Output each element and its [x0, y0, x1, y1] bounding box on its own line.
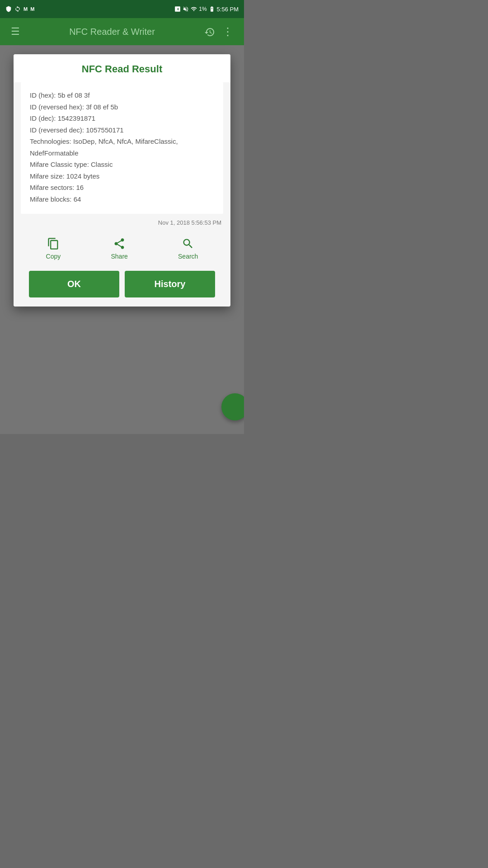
nfc-data-text: ID (hex): 5b ef 08 3f ID (reversed hex):… [30, 90, 214, 205]
nfc-icon [174, 6, 181, 12]
battery-text: 1% [199, 6, 206, 12]
mute-icon [183, 6, 189, 12]
hamburger-menu-icon[interactable]: ☰ [7, 22, 23, 41]
mifare-blocks-line: Mifare blocks: 64 [30, 193, 214, 205]
status-bar-right-icons: 1% 5:56 PM [174, 6, 239, 13]
id-hex-line: ID (hex): 5b ef 08 3f [30, 90, 214, 101]
history-button[interactable]: History [125, 271, 215, 297]
status-bar-left-icons: M M [5, 6, 34, 12]
timestamp: Nov 1, 2018 5:56:53 PM [14, 214, 230, 228]
ok-button[interactable]: OK [29, 271, 119, 297]
sync-icon [14, 6, 21, 12]
share-label: Share [111, 253, 127, 260]
dialog-buttons-row: OK History [14, 267, 230, 307]
history-clock-icon[interactable] [201, 22, 219, 41]
signal-icon [191, 6, 197, 12]
time-display: 5:56 PM [217, 6, 239, 13]
action-icons-row: Copy Share Search [14, 228, 230, 267]
share-action[interactable]: Share [103, 233, 135, 264]
nfc-result-dialog: NFC Read Result ID (hex): 5b ef 08 3f ID… [14, 54, 230, 307]
share-icon [113, 237, 126, 250]
mifare-sectors-line: Mifare sectors: 16 [30, 182, 214, 193]
background-content: NFC Read Result ID (hex): 5b ef 08 3f ID… [0, 45, 244, 434]
gmail-icon-2: M [30, 6, 34, 12]
dialog-content-box: ID (hex): 5b ef 08 3f ID (reversed hex):… [21, 82, 223, 214]
id-dec-line: ID (dec): 1542391871 [30, 113, 214, 124]
gmail-icon-1: M [23, 6, 28, 12]
status-bar: M M 1% 5:56 PM [0, 0, 244, 18]
copy-icon [47, 237, 60, 250]
mifare-size-line: Mifare size: 1024 bytes [30, 170, 214, 182]
app-bar: ☰ NFC Reader & Writer ⋮ [0, 18, 244, 45]
technologies-line: Technologies: IsoDep, NfcA, NfcA, Mifare… [30, 136, 214, 159]
dialog-title: NFC Read Result [14, 54, 230, 82]
mifare-classic-type-line: Mifare Classic type: Classic [30, 159, 214, 170]
fab-button[interactable] [221, 393, 244, 420]
shield-icon [5, 6, 12, 12]
search-label: Search [178, 253, 198, 260]
app-title: NFC Reader & Writer [23, 27, 201, 37]
copy-action[interactable]: Copy [39, 233, 68, 264]
battery-icon [209, 6, 215, 12]
id-reversed-dec-line: ID (reversed dec): 1057550171 [30, 124, 214, 136]
id-reversed-hex-line: ID (reversed hex): 3f 08 ef 5b [30, 101, 214, 113]
search-icon [182, 237, 194, 250]
copy-label: Copy [46, 253, 61, 260]
more-options-icon[interactable]: ⋮ [219, 22, 237, 42]
search-action[interactable]: Search [171, 233, 205, 264]
